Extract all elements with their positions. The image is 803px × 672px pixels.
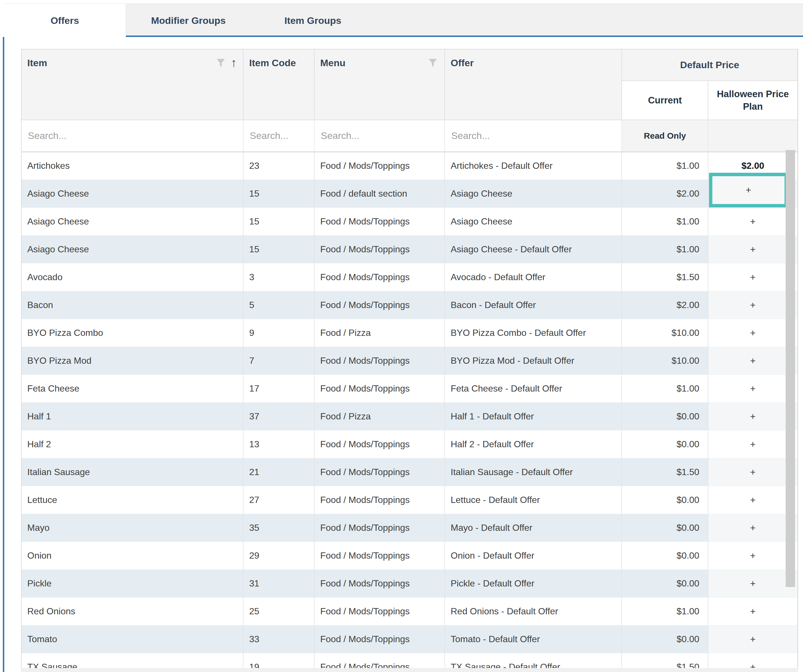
item-code-cell: 5 [243, 291, 314, 319]
add-icon: + [750, 495, 756, 505]
add-price-plan-button-cell[interactable]: + [708, 374, 798, 402]
item-code-cell: 7 [243, 347, 314, 374]
offer-cell: Artichokes - Default Offer [445, 152, 622, 180]
add-price-plan-button-cell[interactable]: + [708, 347, 798, 374]
menu-cell: Food / Mods/Toppings [314, 152, 445, 180]
add-icon: + [750, 244, 756, 255]
offer-cell: Avocado - Default Offer [445, 263, 622, 291]
halloween-price-value: $2.00 [741, 161, 764, 171]
column-header-current: Current [622, 81, 708, 120]
menu-cell: Food / Mods/Toppings [314, 374, 445, 402]
column-header-item-label: Item [27, 57, 47, 68]
item-cell: BYO Pizza Combo [21, 319, 243, 347]
menu-cell: Food / Mods/Toppings [314, 458, 445, 486]
add-price-plan-button-cell[interactable]: + [708, 514, 798, 542]
column-header-item[interactable]: Item ↑ [21, 49, 243, 120]
add-price-plan-button-cell[interactable]: + [708, 291, 798, 319]
add-icon: + [750, 383, 756, 394]
halloween-search-spacer [708, 120, 798, 152]
item-cell: Asiago Cheese [21, 235, 243, 263]
table-row: Onion29Food / Mods/ToppingsOnion - Defau… [21, 542, 798, 569]
offer-search-input[interactable] [451, 130, 609, 142]
add-icon: + [746, 184, 751, 195]
item-cell: Mayo [21, 514, 243, 542]
tab-offers[interactable]: Offers [4, 4, 126, 37]
current-price-cell: $1.00 [622, 374, 708, 402]
offer-cell: Mayo - Default Offer [445, 514, 622, 542]
offer-cell: BYO Pizza Combo - Default Offer [445, 319, 622, 347]
offer-cell: Tomato - Default Offer [445, 625, 622, 653]
offers-table: Item ↑ Item Code Menu [21, 49, 798, 672]
add-icon: + [750, 272, 756, 282]
table-row: Asiago Cheese15Food / Mods/ToppingsAsiag… [21, 207, 798, 235]
current-price-cell: $1.50 [622, 263, 708, 291]
selected-cell-highlight[interactable]: + [709, 173, 788, 207]
menu-search-cell [314, 120, 445, 152]
item-cell: Half 1 [21, 402, 243, 430]
offer-cell: BYO Pizza Mod - Default Offer [445, 347, 622, 374]
add-icon: + [750, 216, 756, 227]
item-code-cell: 15 [243, 207, 314, 235]
table-row: Lettuce27Food / Mods/ToppingsLettuce - D… [21, 486, 798, 514]
current-price-cell: $1.00 [622, 152, 708, 180]
add-price-plan-button-cell[interactable]: + [708, 430, 798, 458]
column-header-offer[interactable]: Offer [445, 49, 622, 120]
add-price-plan-button-cell[interactable]: + [708, 180, 798, 207]
add-icon: + [750, 327, 756, 338]
tab-modifier-groups[interactable]: Modifier Groups [126, 4, 250, 37]
add-price-plan-button-cell[interactable]: + [708, 625, 798, 653]
current-price-cell: $0.00 [622, 514, 708, 542]
item-code-search-input[interactable] [249, 130, 310, 142]
item-cell: Onion [21, 542, 243, 569]
offer-cell: Half 1 - Default Offer [445, 402, 622, 430]
table-row: Bacon5Food / Mods/ToppingsBacon - Defaul… [21, 291, 798, 319]
table-row: Asiago Cheese15Food / Mods/ToppingsAsiag… [21, 235, 798, 263]
item-code-cell: 33 [243, 625, 314, 653]
table-row: Italian Sausage21Food / Mods/ToppingsIta… [21, 458, 798, 486]
table-row: Pickle31Food / Mods/ToppingsPickle - Def… [21, 569, 798, 597]
add-price-plan-button-cell[interactable]: + [708, 402, 798, 430]
current-price-cell: $1.50 [622, 458, 708, 486]
add-price-plan-button-cell[interactable]: + [708, 569, 798, 597]
tab-item-groups[interactable]: Item Groups [250, 4, 375, 37]
column-header-menu[interactable]: Menu [314, 49, 445, 120]
add-price-plan-button-cell[interactable]: + [708, 542, 798, 569]
item-code-cell: 37 [243, 402, 314, 430]
offers-table-body: Artichokes23Food / Mods/ToppingsArtichok… [21, 152, 798, 672]
add-price-plan-button-cell[interactable]: + [708, 235, 798, 263]
horizontal-scrollbar-track[interactable] [21, 668, 798, 672]
menu-search-input[interactable] [320, 130, 436, 142]
item-cell: Artichokes [21, 152, 243, 180]
panel-accent-border [3, 37, 4, 672]
item-cell: Red Onions [21, 597, 243, 625]
add-price-plan-button-cell[interactable]: + [708, 597, 798, 625]
menu-cell: Food / Pizza [314, 402, 445, 430]
menu-cell: Food / Mods/Toppings [314, 597, 445, 625]
table-row: Mayo35Food / Mods/ToppingsMayo - Default… [21, 514, 798, 542]
current-price-cell: $0.00 [622, 542, 708, 569]
item-search-input[interactable] [27, 130, 227, 142]
menu-cell: Food / Mods/Toppings [314, 569, 445, 597]
column-header-item-code[interactable]: Item Code [243, 49, 314, 120]
add-price-plan-button-cell[interactable]: + [708, 319, 798, 347]
add-price-plan-button-cell[interactable]: + [708, 486, 798, 514]
add-price-plan-button-cell[interactable]: + [708, 263, 798, 291]
item-cell: Half 2 [21, 430, 243, 458]
vertical-scrollbar-thumb[interactable] [786, 150, 795, 587]
filter-icon[interactable] [215, 58, 226, 69]
item-cell: Pickle [21, 569, 243, 597]
add-price-plan-button-cell[interactable]: + [708, 207, 798, 235]
tab-bar: Offers Modifier Groups Item Groups [4, 3, 803, 37]
table-row: Feta Cheese17Food / Mods/ToppingsFeta Ch… [21, 374, 798, 402]
add-icon: + [750, 467, 756, 477]
table-row: Avocado3Food / Mods/ToppingsAvocado - De… [21, 263, 798, 291]
menu-cell: Food / Mods/Toppings [314, 542, 445, 569]
item-code-cell: 15 [243, 235, 314, 263]
current-price-cell: $0.00 [622, 430, 708, 458]
add-price-plan-button-cell[interactable]: + [708, 458, 798, 486]
filter-icon[interactable] [428, 58, 438, 69]
table-row: Half 137Food / PizzaHalf 1 - Default Off… [21, 402, 798, 430]
offer-cell: Italian Sausage - Default Offer [445, 458, 622, 486]
current-price-cell: $2.00 [622, 291, 708, 319]
item-code-cell: 29 [243, 542, 314, 569]
